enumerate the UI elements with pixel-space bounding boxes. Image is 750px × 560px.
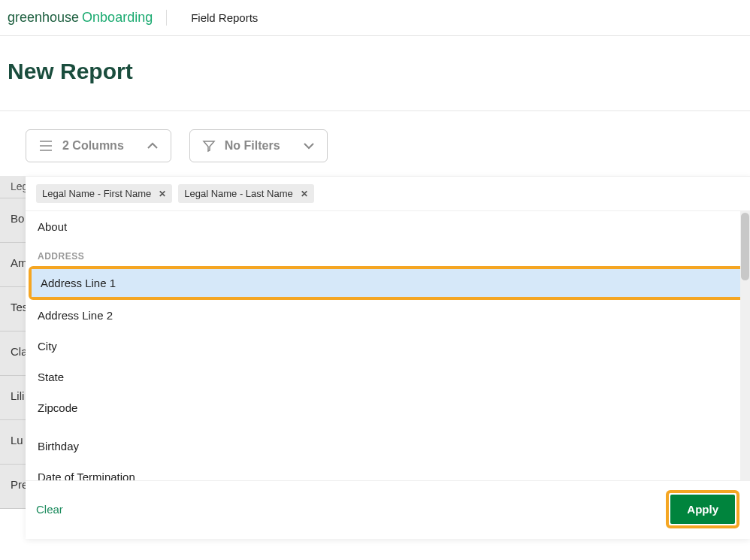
- columns-selector-button[interactable]: 2 Columns: [26, 129, 171, 162]
- option-birthday[interactable]: Birthday: [26, 431, 750, 462]
- close-icon[interactable]: ✕: [301, 189, 308, 199]
- option-zipcode[interactable]: Zipcode: [26, 392, 750, 423]
- option-about[interactable]: About: [26, 211, 750, 242]
- highlight-annotation: Address Line 1: [29, 266, 747, 300]
- tag-label: Legal Name - First Name: [42, 188, 151, 199]
- option-address-line-2[interactable]: Address Line 2: [26, 300, 750, 331]
- apply-button[interactable]: Apply: [670, 495, 735, 524]
- logo-text-greenhouse: greenhouse: [8, 10, 79, 26]
- chevron-down-icon: [303, 139, 315, 153]
- content-area: 2 Columns No Filters Leg Bo Am Tes Cla L…: [0, 110, 750, 162]
- controls-row: 2 Columns No Filters: [8, 129, 742, 162]
- option-address-line-1[interactable]: Address Line 1: [32, 269, 744, 297]
- highlight-annotation: Apply: [666, 490, 739, 528]
- logo[interactable]: greenhouse Onboarding: [8, 10, 167, 26]
- option-date-of-termination[interactable]: Date of Termination: [26, 462, 750, 480]
- tag-first-name: Legal Name - First Name ✕: [36, 184, 172, 203]
- svg-marker-3: [204, 141, 214, 151]
- columns-icon: [38, 140, 53, 152]
- options-list[interactable]: About ADDRESS Address Line 1 Address Lin…: [26, 211, 750, 480]
- selected-tags-row: Legal Name - First Name ✕ Legal Name - L…: [26, 177, 750, 211]
- filter-icon: [202, 139, 216, 153]
- filters-selector-button[interactable]: No Filters: [189, 129, 328, 162]
- scrollbar-track[interactable]: [740, 211, 750, 480]
- section-label-address: ADDRESS: [26, 242, 750, 266]
- logo-text-onboarding: Onboarding: [82, 10, 153, 26]
- clear-button[interactable]: Clear: [36, 503, 63, 516]
- page-title: New Report: [0, 36, 750, 110]
- close-icon[interactable]: ✕: [159, 189, 166, 199]
- dropdown-footer: Clear Apply: [26, 480, 750, 539]
- tag-last-name: Legal Name - Last Name ✕: [178, 184, 314, 203]
- columns-label: 2 Columns: [62, 139, 124, 153]
- tag-label: Legal Name - Last Name: [184, 188, 293, 199]
- nav-field-reports[interactable]: Field Reports: [174, 5, 274, 30]
- filters-label: No Filters: [225, 139, 280, 153]
- columns-dropdown-panel: Legal Name - First Name ✕ Legal Name - L…: [26, 176, 750, 539]
- option-state[interactable]: State: [26, 362, 750, 392]
- app-header: greenhouse Onboarding Field Reports: [0, 0, 750, 36]
- option-city[interactable]: City: [26, 331, 750, 362]
- scrollbar-thumb[interactable]: [741, 213, 749, 280]
- chevron-up-icon: [147, 139, 159, 153]
